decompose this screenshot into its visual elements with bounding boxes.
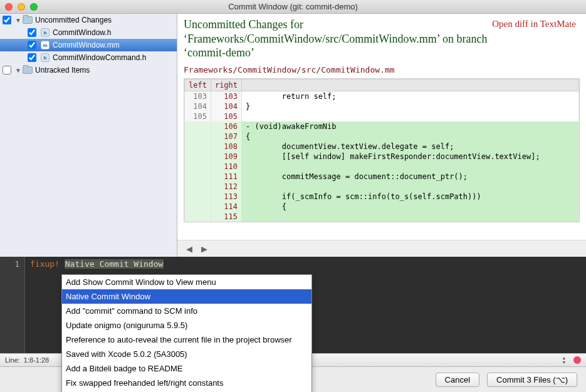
- zoom-window-button[interactable]: [30, 3, 38, 11]
- tree-file-row-selected[interactable]: m CommitWindow.mm: [0, 39, 177, 51]
- tree-group-uncommitted[interactable]: ▼ Uncommitted Changes: [0, 14, 177, 26]
- macro-record-indicator[interactable]: [573, 356, 581, 364]
- diff-code: [242, 111, 579, 121]
- autocomplete-item[interactable]: Update onigmo (oniguruma 5.9.5): [62, 318, 311, 333]
- open-diff-link[interactable]: Open diff in TextMate: [492, 19, 576, 29]
- diff-code: [242, 212, 579, 222]
- diff-right-lineno: 112: [211, 182, 241, 192]
- group-checkbox[interactable]: [3, 66, 11, 75]
- diff-code: {: [242, 202, 579, 212]
- diff-row: 105105: [185, 111, 579, 121]
- folder-icon: [23, 16, 33, 24]
- diff-left-lineno: [185, 121, 211, 132]
- diff-row: 111 commitMessage = document::document_p…: [185, 172, 579, 182]
- editor-gutter: 1: [0, 257, 25, 274]
- diff-file-path: Frameworks/CommitWindow/src/CommitWindow…: [184, 65, 580, 75]
- diff-th-left: left: [185, 79, 211, 91]
- file-checkbox[interactable]: [28, 41, 36, 49]
- next-diff-button[interactable]: ▶: [197, 243, 211, 254]
- autocomplete-item[interactable]: Add Show Commit Window to View menu: [62, 275, 311, 289]
- editor-selection: Native Commit Window: [65, 259, 164, 269]
- commit-message-editor[interactable]: 1 fixup! Native Commit Window: [0, 257, 586, 274]
- diff-code: commitMessage = document::document_ptr()…: [242, 172, 579, 182]
- diff-right-lineno: 111: [211, 172, 241, 182]
- window-titlebar: Commit Window (git: commit-demo): [0, 0, 586, 14]
- source-file-icon: m: [40, 41, 50, 49]
- autocomplete-item[interactable]: Saved with Xcode 5.0.2 (5A3005): [62, 347, 311, 361]
- diff-left-lineno: [185, 182, 211, 192]
- editor-line[interactable]: fixup! Native Commit Window: [25, 257, 164, 274]
- folder-icon: [23, 66, 33, 75]
- status-position: 1:8-1:28: [24, 356, 49, 364]
- stepper-up-icon[interactable]: ▲: [560, 356, 568, 360]
- minimize-window-button[interactable]: [18, 3, 25, 11]
- diff-left-lineno: [185, 132, 211, 142]
- close-window-button[interactable]: [5, 3, 13, 11]
- source-file-icon: h: [40, 53, 50, 62]
- stepper-down-icon[interactable]: ▼: [560, 360, 568, 364]
- diff-right-lineno: 115: [211, 212, 241, 222]
- diff-row: 103103 return self;: [185, 91, 579, 101]
- diff-left-lineno: [185, 192, 211, 202]
- file-checkbox[interactable]: [28, 53, 36, 62]
- commit-button[interactable]: Commit 3 Files (⌥): [487, 373, 577, 387]
- tree-file-row[interactable]: h CommitWindow.h: [0, 26, 177, 39]
- autocomplete-item[interactable]: Add a Bitdeli badge to README: [62, 361, 311, 376]
- autocomplete-item[interactable]: Preference to auto-reveal the current fi…: [62, 333, 311, 347]
- tree-file-label: CommitWindow.h: [53, 28, 111, 37]
- diff-right-lineno: 113: [211, 192, 241, 202]
- disclosure-triangle-icon[interactable]: ▼: [15, 17, 21, 23]
- prev-diff-button[interactable]: ◀: [182, 243, 196, 254]
- diff-heading: Uncommitted Changes for ‘Frameworks/Comm…: [184, 18, 491, 60]
- diff-right-lineno: 114: [211, 202, 241, 212]
- tree-file-label: CommitWindow.mm: [53, 41, 120, 49]
- diff-row: 110: [185, 162, 579, 172]
- status-stepper[interactable]: ▲ ▼: [560, 356, 568, 364]
- tree-file-row[interactable]: h CommitWindowCommand.h: [0, 51, 177, 64]
- diff-code: [242, 162, 579, 172]
- diff-th-code: [242, 79, 579, 91]
- diff-row: 109 [[self window] makeFirstResponder:do…: [185, 152, 579, 162]
- cancel-button[interactable]: Cancel: [436, 373, 479, 387]
- commit-button-row: Cancel Commit 3 Files (⌥): [436, 373, 577, 387]
- group-checkbox[interactable]: [3, 16, 11, 24]
- diff-code: if(_scmInfo = scm::info(to_s(self.scmPat…: [242, 192, 579, 202]
- diff-row: 113 if(_scmInfo = scm::info(to_s(self.sc…: [185, 192, 579, 202]
- diff-left-lineno: [185, 172, 211, 182]
- diff-left-lineno: [185, 212, 211, 222]
- diff-left-lineno: 104: [185, 101, 211, 111]
- file-checkbox[interactable]: [28, 28, 36, 37]
- diff-right-lineno: 104: [211, 101, 241, 111]
- autocomplete-item[interactable]: Fix swapped freehanded left/right consta…: [62, 376, 311, 390]
- diff-right-lineno: 105: [211, 111, 241, 121]
- diff-right-lineno: 107: [211, 132, 241, 142]
- diff-row: 106- (void)awakeFromNib: [185, 121, 579, 132]
- tree-file-label: CommitWindowCommand.h: [53, 53, 146, 62]
- diff-left-lineno: 103: [185, 91, 211, 101]
- tree-group-label: Untracked Items: [35, 66, 90, 75]
- diff-left-lineno: 105: [185, 111, 211, 121]
- diff-row: 115: [185, 212, 579, 222]
- diff-left-lineno: [185, 202, 211, 212]
- tree-group-untracked[interactable]: ▼ Untracked Items: [0, 64, 177, 76]
- autocomplete-item[interactable]: Native Commit Window: [62, 289, 311, 304]
- disclosure-triangle-icon[interactable]: ▼: [15, 67, 21, 73]
- diff-row: 107{: [185, 132, 579, 142]
- source-file-icon: h: [40, 28, 50, 37]
- diff-right-lineno: 108: [211, 142, 241, 152]
- diff-code: }: [242, 101, 579, 111]
- autocomplete-item[interactable]: Add "commit" command to SCM info: [62, 304, 311, 318]
- diff-row: 104104}: [185, 101, 579, 111]
- diff-code: documentView.textView.delegate = self;: [242, 142, 579, 152]
- tree-group-label: Uncommitted Changes: [35, 16, 112, 24]
- file-tree-sidebar[interactable]: ▼ Uncommitted Changes h CommitWindow.h m…: [0, 14, 177, 257]
- diff-code: {: [242, 132, 579, 142]
- autocomplete-popup[interactable]: Add Show Commit Window to View menuNativ…: [61, 274, 312, 392]
- diff-code: - (void)awakeFromNib: [242, 121, 579, 132]
- diff-left-lineno: [185, 142, 211, 152]
- diff-code: return self;: [242, 91, 579, 101]
- diff-row: 112: [185, 182, 579, 192]
- diff-table-scroll[interactable]: left right 103103 return self;104104}105…: [184, 78, 580, 222]
- diff-code: [[self window] makeFirstResponder:docume…: [242, 152, 579, 162]
- diff-right-lineno: 103: [211, 91, 241, 101]
